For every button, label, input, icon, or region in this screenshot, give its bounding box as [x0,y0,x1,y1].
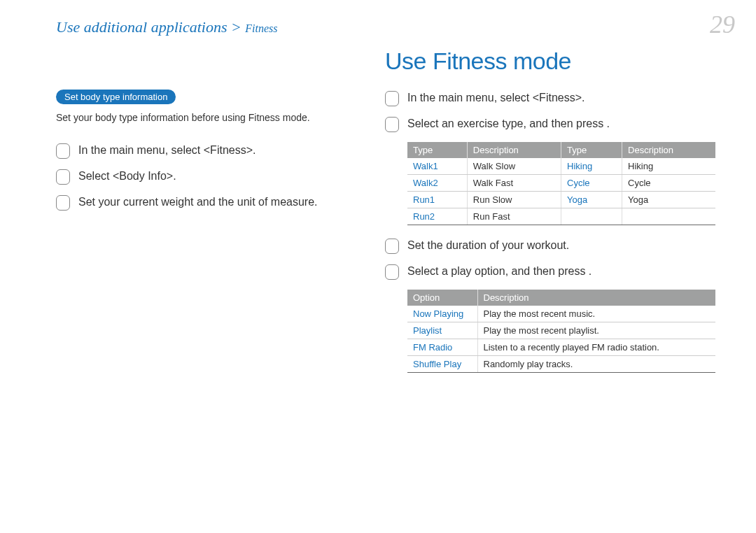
step-text: Set the duration of your workout. [407,238,721,253]
table-header: Type [561,142,622,158]
step-marker-icon [56,169,70,185]
step-item: Select a play option, and then press . [385,264,721,280]
table-cell: Run2 [407,208,467,225]
table-cell: Run Fast [467,208,561,225]
table-cell: Play the most recent playlist. [477,322,715,339]
exercise-type-table: Type Description Type Description Walk1 … [407,142,715,225]
step-item: In the main menu, select <Fitness>. [385,90,721,106]
step-marker-icon [385,239,399,254]
table-header: Description [467,142,561,158]
breadcrumb-sep: > [231,18,241,36]
left-column: Set body type information Set your body … [56,20,357,385]
table-header: Description [477,290,715,306]
table-cell: FM Radio [407,339,477,356]
table-header: Type [407,142,467,158]
step-marker-icon [385,264,399,280]
step-marker-icon [56,143,70,159]
step-marker-icon [385,91,399,106]
table-row: FM Radio Listen to a recently played FM … [407,339,715,356]
play-options-table: Option Description Now Playing Play the … [407,290,715,373]
section-intro: Set your body type information before us… [56,111,357,125]
table-row: Run1 Run Slow Yoga Yoga [407,192,715,208]
page-number: 29 [710,10,735,39]
table-cell: Hiking [622,158,715,175]
table-row: Shuffle Play Randomly play tracks. [407,356,715,373]
right-steps-top: In the main menu, select <Fitness>. Sele… [385,90,721,132]
step-text: Select <Body Info>. [78,169,357,184]
breadcrumb: Use additional applications > Fitness [56,18,278,36]
step-text: In the main menu, select <Fitness>. [407,90,721,106]
table-cell: Shuffle Play [407,356,477,373]
table-cell [622,208,715,225]
step-text: In the main menu, select <Fitness>. [78,143,357,158]
step-marker-icon [385,117,399,132]
right-column: Use Fitness mode In the main menu, selec… [385,20,721,385]
table-cell: Run1 [407,192,467,208]
breadcrumb-sub: Fitness [245,22,277,34]
step-text: Select a play option, and then press . [407,264,721,279]
table-cell [561,208,622,225]
table-cell: Walk2 [407,175,467,192]
table-cell: Yoga [622,192,715,208]
table-cell: Walk Slow [467,158,561,175]
right-steps-mid: Set the duration of your workout. Select… [385,238,721,280]
section-pill: Set body type information [56,90,176,104]
step-item: Select <Body Info>. [56,169,357,185]
table-cell: Run Slow [467,192,561,208]
step-item: In the main menu, select <Fitness>. [56,143,357,159]
step-item: Set your current weight and the unit of … [56,194,357,211]
left-steps: In the main menu, select <Fitness>. Sele… [56,143,357,211]
table-row: Walk1 Walk Slow Hiking Hiking [407,158,715,175]
step-item: Select an exercise type, and then press … [385,116,721,132]
table-row: Now Playing Play the most recent music. [407,306,715,322]
step-text: Select an exercise type, and then press … [407,116,721,132]
table-cell: Listen to a recently played FM radio sta… [477,339,715,356]
step-marker-icon [56,195,70,211]
table-row: Playlist Play the most recent playlist. [407,322,715,339]
table-row: Walk2 Walk Fast Cycle Cycle [407,175,715,192]
table-cell: Cycle [622,175,715,192]
table-cell: Walk1 [407,158,467,175]
table-cell: Cycle [561,175,622,192]
table-cell: Play the most recent music. [477,306,715,322]
step-text: Set your current weight and the unit of … [78,194,357,210]
table-cell: Now Playing [407,306,477,322]
table-cell: Playlist [407,322,477,339]
table-header: Description [622,142,715,158]
table-cell: Hiking [561,158,622,175]
table-cell: Yoga [561,192,622,208]
page-title: Use Fitness mode [385,48,721,75]
table-cell: Walk Fast [467,175,561,192]
table-row: Run2 Run Fast [407,208,715,225]
breadcrumb-main: Use additional applications [56,18,227,36]
table-header: Option [407,290,477,306]
table-cell: Randomly play tracks. [477,356,715,373]
step-item: Set the duration of your workout. [385,238,721,254]
